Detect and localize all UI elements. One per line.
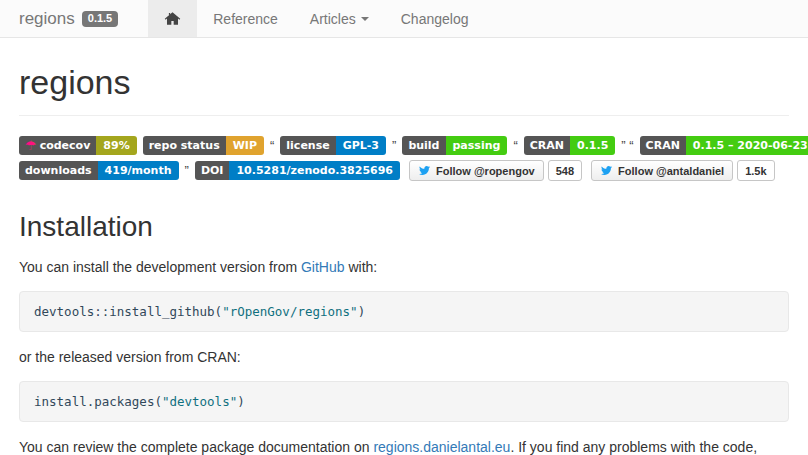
quote-text: ” “	[621, 138, 633, 153]
twitter-follow-antaldaniel: Follow @antaldaniel 1.5k	[591, 160, 775, 181]
install-cran-paragraph: or the released version from CRAN:	[19, 347, 789, 368]
nav-home[interactable]	[148, 0, 197, 37]
cran-version-badge-label: CRAN	[524, 136, 570, 155]
code-string: "devtools"	[162, 394, 237, 409]
build-badge[interactable]: build passing	[402, 136, 507, 155]
badge-row-1: ☂codecov 89% repo status WIP “ license G…	[19, 136, 789, 155]
install-github-code-block[interactable]: devtools::install_github("rOpenGov/regio…	[19, 291, 789, 332]
license-badge-value: GPL-3	[336, 136, 386, 155]
nav-changelog[interactable]: Changelog	[385, 0, 485, 37]
page-title: regions	[19, 63, 789, 102]
documentation-site-link[interactable]: regions.danielantal.eu	[373, 439, 510, 455]
caret-down-icon	[361, 17, 369, 21]
twitter-icon	[418, 165, 431, 176]
nav-articles[interactable]: Articles	[294, 0, 385, 37]
navbar: regions 0.1.5 Reference Articles Changel…	[0, 0, 808, 38]
title-divider	[19, 115, 789, 116]
codecov-badge[interactable]: ☂codecov 89%	[19, 136, 137, 155]
codecov-umbrella-icon: ☂	[25, 139, 37, 152]
twitter-icon	[600, 165, 613, 176]
downloads-badge[interactable]: downloads 419/month	[19, 161, 179, 180]
github-link[interactable]: GitHub	[301, 259, 345, 275]
license-badge[interactable]: license GPL-3	[280, 136, 386, 155]
cran-version-badge-value: 0.1.5	[570, 136, 615, 155]
quote-text: ”	[392, 138, 396, 153]
twitter-follower-count[interactable]: 548	[548, 160, 582, 181]
badge-row-2: downloads 419/month ” DOI 10.5281/zenodo…	[19, 160, 789, 181]
downloads-badge-label: downloads	[19, 161, 98, 180]
twitter-follow-ropengov: Follow @ropengov 548	[409, 160, 582, 181]
codecov-badge-value: 89%	[96, 136, 136, 155]
doi-badge-value: 10.5281/zenodo.3825696	[229, 161, 400, 180]
downloads-badge-value: 419/month	[98, 161, 179, 180]
codecov-badge-label: codecov	[40, 139, 91, 152]
main-content: regions ☂codecov 89% repo status WIP “ l…	[0, 63, 808, 455]
brand-name: regions	[19, 9, 75, 29]
documentation-paragraph: You can review the complete package docu…	[19, 437, 789, 455]
doi-badge[interactable]: DOI 10.5281/zenodo.3825696	[195, 161, 400, 180]
nav-reference[interactable]: Reference	[197, 0, 294, 37]
license-badge-label: license	[280, 136, 335, 155]
cran-version-badge[interactable]: CRAN 0.1.5	[524, 136, 616, 155]
repo-status-badge[interactable]: repo status WIP	[143, 136, 264, 155]
twitter-follower-count[interactable]: 1.5k	[737, 160, 774, 181]
install-packages-code-block[interactable]: install.packages("devtools")	[19, 381, 789, 422]
install-dev-paragraph: You can install the development version …	[19, 257, 789, 278]
twitter-follow-button[interactable]: Follow @ropengov	[409, 160, 544, 181]
quote-text: ”	[185, 163, 189, 178]
home-icon	[164, 11, 181, 26]
quote-text: “	[513, 138, 517, 153]
version-badge: 0.1.5	[82, 11, 118, 27]
build-badge-label: build	[402, 136, 445, 155]
installation-heading: Installation	[19, 211, 789, 243]
cran-release-badge-label: CRAN	[640, 136, 686, 155]
repo-status-badge-label: repo status	[143, 136, 226, 155]
cran-release-badge-value: 0.1.5 – 2020-06-23	[686, 136, 808, 155]
doi-badge-label: DOI	[195, 161, 230, 180]
quote-text: “	[270, 138, 274, 153]
build-badge-value: passing	[446, 136, 508, 155]
cran-release-badge[interactable]: CRAN 0.1.5 – 2020-06-23	[640, 136, 808, 155]
repo-status-badge-value: WIP	[226, 136, 264, 155]
navbar-brand[interactable]: regions 0.1.5	[19, 0, 118, 37]
code-string: "rOpenGov/regions"	[222, 304, 357, 319]
twitter-follow-button[interactable]: Follow @antaldaniel	[591, 160, 733, 181]
